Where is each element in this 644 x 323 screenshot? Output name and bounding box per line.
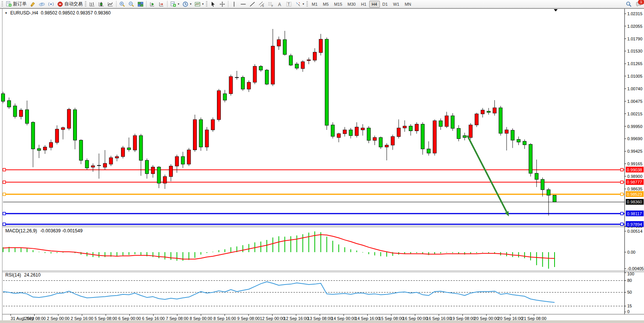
line-endpoint-marker[interactable] (621, 223, 623, 225)
candle-body (439, 121, 442, 126)
line-endpoint-marker[interactable] (3, 193, 6, 196)
autotrading-icon (57, 1, 63, 7)
search-icon[interactable] (626, 1, 632, 7)
line-endpoint-marker[interactable] (3, 168, 6, 171)
macd-axis-label: 0.00514 (627, 229, 642, 233)
line-endpoint-marker[interactable] (621, 193, 623, 196)
candle-body (397, 128, 400, 137)
zoom-out-button[interactable] (127, 0, 136, 8)
candle-body (355, 127, 359, 136)
arrows-button[interactable]: ▾ (293, 0, 306, 8)
collapse-chart-icon[interactable]: ▼ (5, 11, 8, 15)
trend-arrow-annotation[interactable] (467, 136, 509, 216)
periods-button[interactable]: ▾ (181, 0, 193, 8)
fibonacci-button[interactable]: F (266, 0, 275, 8)
line-endpoint-marker[interactable] (3, 223, 6, 225)
svg-text:0.98777: 0.98777 (627, 180, 642, 184)
line-endpoint-marker[interactable] (621, 181, 623, 184)
svg-text:E: E (263, 5, 265, 7)
line-endpoint-marker[interactable] (3, 181, 6, 184)
auto-scroll-button[interactable] (148, 0, 157, 8)
candle-body (367, 128, 370, 141)
toolbar-grip[interactable] (2, 1, 3, 7)
candle-body (259, 66, 263, 70)
time-axis-label: 16 Sep 16:00 (426, 316, 451, 321)
chart-shift-marker[interactable] (554, 9, 558, 11)
candlestick-chart-button[interactable] (97, 0, 106, 8)
time-axis-label: 6 Sep 00:00 (118, 316, 141, 321)
zoom-in-button[interactable] (118, 0, 127, 8)
timeframe-h4-button[interactable]: H4 (369, 1, 380, 8)
timeframe-mn-button[interactable]: MN (402, 1, 414, 8)
candle-body (469, 125, 472, 138)
time-axis-label: 2 Sep 16:00 (71, 316, 93, 321)
candlestick-icon (98, 1, 104, 7)
candle-body (181, 157, 185, 164)
templates-button[interactable]: ▾ (193, 0, 205, 8)
time-axis[interactable]: 31 Aug 20221 Sep 08:002 Sep 00:002 Sep 1… (11, 314, 547, 321)
chart-canvas[interactable]: 1.023151.020551.017901.015301.012651.010… (0, 0, 644, 323)
time-axis-label: 16 Sep 00:00 (403, 316, 427, 321)
candle-body (97, 165, 101, 166)
trendline-button[interactable] (248, 0, 257, 8)
text-label-button[interactable]: T (284, 0, 293, 8)
svg-text:1.01265: 1.01265 (627, 61, 642, 66)
candle-body (337, 134, 341, 138)
line-chart-button[interactable] (106, 0, 115, 8)
toolbar-grip[interactable] (85, 1, 86, 7)
timeframe-m1-button[interactable]: M1 (309, 1, 320, 8)
publisher-button[interactable] (37, 0, 46, 8)
channel-button[interactable]: E (257, 0, 266, 8)
macd-panel: 0.005140.00-0.004057 (3, 229, 644, 271)
timeframe-h1-button[interactable]: H1 (358, 1, 369, 8)
line-endpoint-marker[interactable] (621, 168, 623, 171)
styler-button[interactable] (28, 0, 37, 8)
timeframe-d1-button[interactable]: D1 (380, 1, 391, 8)
bottom-strip (0, 320, 644, 323)
horizontal-line-button[interactable] (239, 0, 248, 8)
candle-body (433, 121, 437, 153)
svg-text:0.98117: 0.98117 (627, 211, 642, 216)
tile-windows-button[interactable] (136, 0, 145, 8)
candle-body (319, 39, 322, 53)
candle-body (331, 125, 335, 136)
bar-chart-button[interactable] (88, 0, 97, 8)
candle-body (37, 149, 41, 150)
crosshair-button[interactable] (218, 0, 227, 8)
indicators-button[interactable]: ▾ (169, 0, 181, 8)
candle-body (409, 126, 413, 131)
candle-body (49, 142, 53, 147)
new-order-button[interactable]: 新订单 (4, 0, 28, 8)
signals-button[interactable] (46, 0, 56, 8)
candle-body (26, 110, 29, 123)
line-endpoint-marker[interactable] (621, 212, 623, 215)
svg-text:1.00475: 1.00475 (627, 99, 642, 104)
line-endpoint-marker[interactable] (3, 212, 6, 215)
notifications-button[interactable]: 1 (636, 1, 642, 7)
vertical-line-button[interactable] (230, 0, 239, 8)
timeframe-w1-button[interactable]: W1 (391, 1, 402, 8)
candle-body (343, 130, 346, 134)
chart-shift-button[interactable] (157, 0, 166, 8)
zoom-in-icon (119, 1, 125, 7)
autotrading-button[interactable]: 自动交易 (56, 0, 84, 8)
cursor-button[interactable] (209, 0, 218, 8)
timeframe-m15-button[interactable]: M15 (332, 1, 345, 8)
candle-body (127, 148, 131, 150)
text-button[interactable]: A (275, 0, 284, 8)
candle-body (445, 116, 448, 126)
toolbar-grip[interactable] (306, 1, 308, 7)
candle-body (541, 179, 544, 190)
rsi-axis-label: 100 (627, 272, 634, 276)
toolbar-grip[interactable] (206, 1, 207, 7)
candle-body (247, 82, 250, 89)
svg-text:0.98635: 0.98635 (627, 187, 642, 191)
trendline-icon (249, 1, 255, 7)
time-axis-label: 5 Sep 08:00 (94, 316, 117, 321)
time-axis-label: 12 Sep 16:00 (284, 316, 308, 321)
chisel-icon (30, 1, 36, 7)
svg-text:1.00740: 1.00740 (627, 86, 642, 91)
timeframe-m30-button[interactable]: M30 (345, 1, 358, 8)
timeframe-m5-button[interactable]: M5 (320, 1, 331, 8)
candle-body (217, 91, 221, 120)
